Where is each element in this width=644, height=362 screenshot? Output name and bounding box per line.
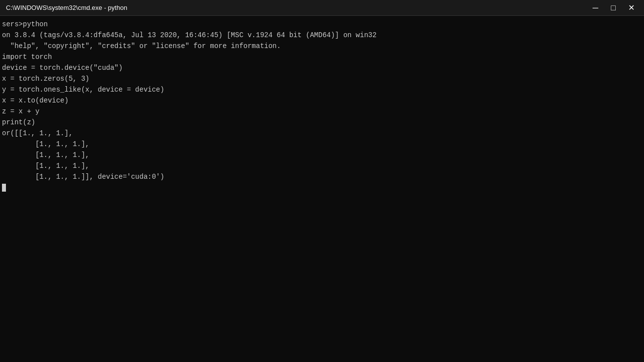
terminal-body: sers>pythonon 3.8.4 (tags/v3.8.4:dfa645a… — [0, 16, 644, 362]
terminal-line: on 3.8.4 (tags/v3.8.4:dfa645a, Jul 13 20… — [2, 30, 642, 41]
terminal-line: x = x.to(device) — [2, 95, 642, 106]
terminal-line: [1., 1., 1.], — [2, 139, 642, 150]
terminal-line: device = torch.device("cuda") — [2, 62, 642, 73]
terminal-line: sers>python — [2, 19, 642, 30]
terminal-output: sers>pythonon 3.8.4 (tags/v3.8.4:dfa645a… — [2, 19, 642, 182]
title-bar: C:\WINDOWS\system32\cmd.exe - python ─ □… — [0, 0, 644, 16]
terminal-line: [1., 1., 1.], — [2, 160, 642, 171]
terminal-line: x = torch.zeros(5, 3) — [2, 73, 642, 84]
cursor-blink — [2, 184, 6, 192]
maximize-button[interactable]: □ — [606, 1, 620, 15]
terminal-line: print(z) — [2, 117, 642, 128]
terminal-line: import torch — [2, 52, 642, 62]
close-button[interactable]: ✕ — [624, 1, 638, 15]
cursor-line — [2, 182, 642, 193]
terminal-line: y = torch.ones_like(x, device = device) — [2, 84, 642, 95]
terminal-line: [1., 1., 1.], — [2, 150, 642, 160]
terminal-line: [1., 1., 1.]], device='cuda:0') — [2, 171, 642, 182]
terminal-line: z = x + y — [2, 106, 642, 117]
minimize-button[interactable]: ─ — [589, 1, 602, 15]
title-bar-controls: ─ □ ✕ — [589, 1, 638, 15]
terminal-line: "help", "copyright", "credits" or "licen… — [2, 41, 642, 52]
title-bar-text: C:\WINDOWS\system32\cmd.exe - python — [6, 4, 127, 11]
window: C:\WINDOWS\system32\cmd.exe - python ─ □… — [0, 0, 644, 362]
terminal-line: or([[1., 1., 1.], — [2, 128, 642, 139]
